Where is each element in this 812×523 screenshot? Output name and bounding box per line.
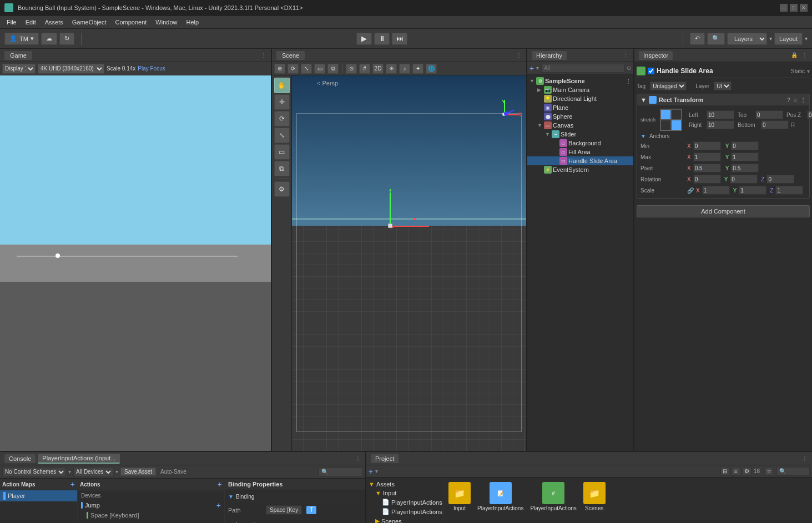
posz-input[interactable] [807,110,812,119]
close-button[interactable]: ✕ [800,4,808,12]
scale-x-input[interactable] [702,186,730,195]
input-search[interactable] [319,468,363,476]
hierarchy-options[interactable]: ⋮ [623,52,629,59]
scenes-folder[interactable]: ▶ Scenes [369,516,441,523]
tree-item-eventsystem[interactable]: ⚡ EventSystem [527,165,633,174]
scene-tool-transform[interactable]: ⧉ [327,64,339,74]
display-select[interactable]: Display 1 [2,64,36,74]
right-input[interactable] [707,120,734,129]
hierarchy-add-button[interactable]: + [529,64,534,73]
project-icons-btn[interactable]: ⊟ [720,467,729,476]
project-list-btn[interactable]: ≡ [732,467,740,476]
project-options-icon[interactable]: ⋮ [802,455,808,461]
menu-window[interactable]: Window [151,18,181,27]
undo-button[interactable]: ↶ [690,33,705,45]
max-y-input[interactable] [731,153,759,161]
scene-tool-move[interactable]: ⊕ [274,64,285,74]
path-type-button[interactable]: T [306,506,316,514]
scene-pivot-btn[interactable]: ⊙ [346,64,357,74]
add-binding-button[interactable]: + [216,501,221,510]
add-interaction-button[interactable]: + [357,520,362,523]
input-folder-file[interactable]: 📁 Input [446,480,473,514]
binding-expand[interactable]: ▼ [228,494,234,500]
slider-handle[interactable] [56,253,60,258]
scale-tool[interactable]: ⤡ [274,128,290,143]
pivot-x-input[interactable] [693,164,721,172]
scene-tab-label[interactable]: Scene [276,51,305,60]
devices-select[interactable]: All Devices [73,467,113,477]
tree-item-fillarea[interactable]: ▭ Fill Area [527,148,633,156]
tree-item-sphere[interactable]: ⬤ Sphere [527,112,633,121]
project-add-button[interactable]: + [369,467,373,476]
tree-item-canvas[interactable]: ▼ ▭ Canvas [527,121,633,130]
play-button[interactable]: ▶ [356,33,372,45]
active-checkbox[interactable] [648,68,654,74]
project-filter-btn[interactable]: ⚙ [743,467,752,476]
control-scheme-select[interactable]: No Control Schemes [2,467,66,477]
add-component-button[interactable]: Add Component [637,205,810,217]
hierarchy-search[interactable] [541,64,624,73]
project-bookmark-btn[interactable]: ☆ [764,467,773,476]
menu-component[interactable]: Component [110,18,151,27]
minimize-button[interactable]: ─ [780,4,788,12]
project-dropdown[interactable]: ▾ [375,468,378,474]
anchors-expand[interactable]: ▼ [640,133,646,139]
menu-gameobject[interactable]: GameObject [68,18,111,27]
scale-z-input[interactable] [775,186,803,195]
static-dropdown-icon[interactable]: ▾ [807,68,810,74]
left-input[interactable] [707,110,734,119]
layer-select[interactable]: UI [714,82,732,90]
input-folder[interactable]: ▼ Input [369,489,441,497]
rot-x-input[interactable] [693,175,721,184]
pivot-y-input[interactable] [731,164,759,172]
scene-2d-btn[interactable]: 2D [372,64,384,74]
link-icon[interactable]: 🔗 [687,187,694,194]
scenes-file[interactable]: 📁 Scenes [581,480,608,514]
scene-tool-rotate[interactable]: ⟳ [288,64,299,74]
layers-dropdown[interactable]: Layers [727,33,767,45]
account-button[interactable]: 👤 TM ▾ [4,33,39,45]
tree-item-plane[interactable]: ▣ Plane [527,103,633,112]
inspector-tab-label[interactable]: Inspector [639,51,673,60]
scene-grid-btn[interactable]: # [359,64,370,74]
step-button[interactable]: ⏭ [392,33,407,45]
rot-y-input[interactable] [730,175,758,184]
playerinput-file-2[interactable]: # PlayerInputActions [528,480,578,514]
console-options-icon[interactable]: ⋮ [355,455,361,461]
assets-folder[interactable]: ▼ Assets [369,480,441,489]
tag-select[interactable]: Untagged [650,82,687,90]
rect-tool[interactable]: ▭ [274,144,290,160]
resolution-select[interactable]: 4K UHD (3840x2160) [38,64,104,74]
player-map-item[interactable]: Player [0,490,77,501]
scheme-dropdown[interactable]: ▾ [68,469,71,475]
hierarchy-search-options[interactable]: ⊙ [627,65,631,71]
scene-audio-btn[interactable]: ♪ [399,64,410,74]
rect-info-icon[interactable]: ? [787,97,790,103]
devices-dropdown[interactable]: ▾ [115,469,118,475]
hierarchy-tab-label[interactable]: Hierarchy [532,51,567,60]
scene-light-btn[interactable]: ☀ [386,64,397,74]
anchor-widget[interactable] [660,109,682,131]
rect-settings-icon[interactable]: ≡ [794,97,797,103]
top-input[interactable] [755,110,783,119]
search-button[interactable]: 🔍 [707,33,725,45]
game-options-icon[interactable]: ⋮ [261,52,266,58]
r-icon[interactable]: R [791,122,795,128]
pause-button[interactable]: ⏸ [374,33,390,45]
scale-y-input[interactable] [739,186,766,195]
jump-action-item[interactable]: Jump + [78,500,224,511]
game-tab-label[interactable]: Game [4,51,32,60]
scene-tool-scale[interactable]: ⤡ [301,64,312,74]
project-tab-label[interactable]: Project [371,454,399,463]
rotate-tool[interactable]: ⟳ [274,111,290,126]
transform-tool[interactable]: ⧉ [274,161,290,176]
inspector-lock-icon[interactable]: 🔒 [791,52,798,58]
tree-item-handleslide[interactable]: ▭ Handle Slide Area [527,156,633,165]
menu-file[interactable]: File [2,18,21,27]
rot-z-input[interactable] [766,175,794,184]
tree-item-dirlight[interactable]: 💡 Directional Light [527,94,633,103]
move-tool[interactable]: ✛ [274,94,290,110]
hierarchy-dropdown[interactable]: ▾ [536,65,539,71]
maximize-button[interactable]: □ [790,4,798,12]
tree-item-background[interactable]: ▭ Background [527,139,633,148]
